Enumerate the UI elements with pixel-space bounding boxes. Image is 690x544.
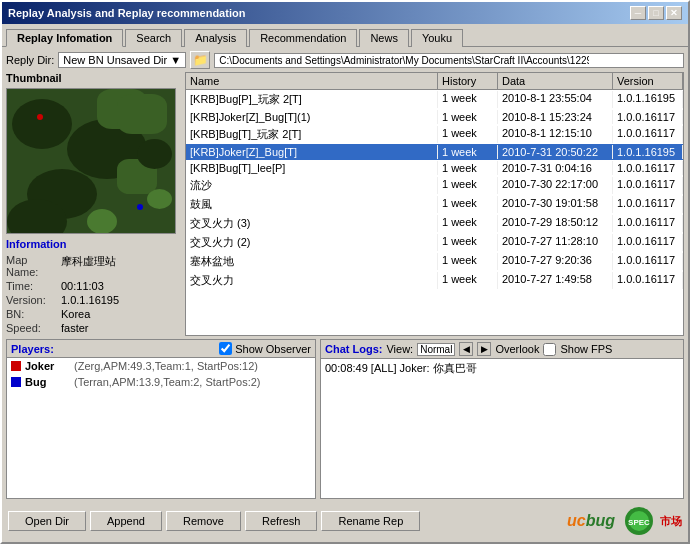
file-history-cell: 1 week <box>438 110 498 124</box>
svg-text:SPEC: SPEC <box>628 518 650 527</box>
minimize-button[interactable]: ─ <box>630 6 646 20</box>
append-button[interactable]: Append <box>90 511 162 531</box>
path-dropdown[interactable]: C:\Documents and Settings\Administrator\… <box>214 53 684 68</box>
info-row: Speed:faster <box>6 322 181 334</box>
maximize-button[interactable]: □ <box>648 6 664 20</box>
chat-panel-inner: 00:08:49 [ALL] Joker: 你真巴哥 <box>321 359 683 498</box>
table-row[interactable]: [KRB]Bug[T]_玩家 2[T] 1 week 2010-8-1 12:1… <box>186 125 683 144</box>
overlook-label: Overlook <box>495 343 539 355</box>
speed-logo: SPEC 市场 <box>619 506 682 536</box>
view-dropdown[interactable]: Normal <box>417 343 455 356</box>
player-color-indicator <box>11 361 21 371</box>
file-version-cell: 1.0.0.16117 <box>613 126 683 143</box>
tab-search[interactable]: Search <box>125 29 182 47</box>
player-name: Joker <box>25 360 70 372</box>
table-row[interactable]: [KRB]Joker[Z]_Bug[T](1) 1 week 2010-8-1 … <box>186 109 683 125</box>
ucbug-logo-text: ucbug <box>567 512 615 530</box>
file-version-cell: 1.0.0.16117 <box>613 215 683 232</box>
file-data-cell: 2010-7-30 19:01:58 <box>498 196 613 213</box>
col-data-header[interactable]: Data <box>498 73 613 89</box>
tab-youku[interactable]: Youku <box>411 29 463 47</box>
file-data-cell: 2010-7-29 18:50:12 <box>498 215 613 232</box>
table-row[interactable]: 交叉火力 (2) 1 week 2010-7-27 11:28:10 1.0.0… <box>186 233 683 252</box>
information-label: Information <box>6 238 181 250</box>
table-row[interactable]: [KRB]Bug[T]_lee[P] 1 week 2010-7-31 0:04… <box>186 160 683 176</box>
table-row[interactable]: 流沙 1 week 2010-7-30 22:17:00 1.0.0.16117 <box>186 176 683 195</box>
info-key: Version: <box>6 294 61 306</box>
file-history-cell: 1 week <box>438 126 498 143</box>
refresh-button[interactable]: Refresh <box>245 511 318 531</box>
thumbnail-label: Thumbnail <box>6 72 181 84</box>
chat-view-label: View: <box>386 343 413 355</box>
info-val: faster <box>61 322 89 334</box>
table-row[interactable]: 交叉火力 (3) 1 week 2010-7-29 18:50:12 1.0.0… <box>186 214 683 233</box>
tab-recommendation[interactable]: Recommendation <box>249 29 357 47</box>
player-name: Bug <box>25 376 70 388</box>
tab-replay-infomation[interactable]: Replay Infomation <box>6 29 123 47</box>
bottom-section: Players: Show Observer Joker (Zerg,APM:4… <box>6 339 684 499</box>
table-row[interactable]: [KRB]Bug[P]_玩家 2[T] 1 week 2010-8-1 23:5… <box>186 90 683 109</box>
tab-news[interactable]: News <box>359 29 409 47</box>
chat-next-button[interactable]: ▶ <box>477 342 491 356</box>
rename-rep-button[interactable]: Rename Rep <box>321 511 420 531</box>
show-observer-checkbox[interactable] <box>219 342 232 355</box>
file-history-cell: 1 week <box>438 196 498 213</box>
info-row: Time:00:11:03 <box>6 280 181 292</box>
show-observer-group: Show Observer <box>219 342 311 355</box>
file-name-cell: 鼓風 <box>186 196 438 213</box>
show-fps-checkbox[interactable] <box>543 343 556 356</box>
thumbnail-image <box>6 88 176 234</box>
file-name-cell: [KRB]Bug[P]_玩家 2[T] <box>186 91 438 108</box>
player-row: Joker (Zerg,APM:49.3,Team:1, StartPos:12… <box>7 358 315 374</box>
window-title: Replay Analysis and Replay recommendatio… <box>8 7 245 19</box>
info-key: Speed: <box>6 322 61 334</box>
file-name-cell: [KRB]Joker[Z]_Bug[T](1) <box>186 110 438 124</box>
footer: Open DirAppendRemoveRefreshRename Rep uc… <box>6 502 684 538</box>
file-name-cell: [KRB]Joker[Z]_Bug[T] <box>186 145 438 159</box>
file-data-cell: 2010-8-1 15:23:24 <box>498 110 613 124</box>
file-name-cell: 塞林盆地 <box>186 253 438 270</box>
reply-dir-label: Reply Dir: <box>6 54 54 66</box>
info-row: Map Name:摩科虛理站 <box>6 254 181 278</box>
table-row[interactable]: 交叉火力 1 week 2010-7-27 1:49:58 1.0.0.1611… <box>186 271 683 290</box>
player-info: (Zerg,APM:49.3,Team:1, StartPos:12) <box>74 360 258 372</box>
table-row[interactable]: [KRB]Joker[Z]_Bug[T] 1 week 2010-7-31 20… <box>186 144 683 160</box>
footer-logo: ucbug SPEC 市场 <box>567 506 682 536</box>
middle-section: Thumbnail <box>6 72 684 336</box>
file-data-cell: 2010-7-31 20:50:22 <box>498 145 613 159</box>
file-name-cell: [KRB]Bug[T]_lee[P] <box>186 161 438 175</box>
file-version-cell: 1.0.1.16195 <box>613 145 683 159</box>
col-version-header[interactable]: Version <box>613 73 683 89</box>
col-name-header[interactable]: Name <box>186 73 438 89</box>
file-version-cell: 1.0.0.16117 <box>613 177 683 194</box>
remove-button[interactable]: Remove <box>166 511 241 531</box>
chat-prev-button[interactable]: ◀ <box>459 342 473 356</box>
player-info: (Terran,APM:13.9,Team:2, StartPos:2) <box>74 376 260 388</box>
chat-body: 00:08:49 [ALL] Joker: 你真巴哥 <box>321 359 683 498</box>
info-val: 00:11:03 <box>61 280 104 292</box>
open-dir-button[interactable]: Open Dir <box>8 511 86 531</box>
chat-logs-label: Chat Logs: <box>325 343 382 355</box>
show-fps-label: Show FPS <box>560 343 612 355</box>
file-list-header: Name History Data Version <box>186 73 683 90</box>
close-button[interactable]: ✕ <box>666 6 682 20</box>
reply-dir-dropdown[interactable]: New BN Unsaved Dir ▼ <box>58 52 186 68</box>
file-history-cell: 1 week <box>438 234 498 251</box>
main-content: Reply Dir: New BN Unsaved Dir ▼ 📁 C:\Doc… <box>2 47 688 542</box>
info-val: 摩科虛理站 <box>61 254 116 278</box>
file-version-cell: 1.0.0.16117 <box>613 196 683 213</box>
file-version-cell: 1.0.0.16117 <box>613 253 683 270</box>
table-row[interactable]: 鼓風 1 week 2010-7-30 19:01:58 1.0.0.16117 <box>186 195 683 214</box>
table-row[interactable]: 塞林盆地 1 week 2010-7-27 9:20:36 1.0.0.1611… <box>186 252 683 271</box>
players-title: Players: <box>11 343 54 355</box>
player-color-indicator <box>11 377 21 387</box>
file-version-cell: 1.0.0.16117 <box>613 161 683 175</box>
file-history-cell: 1 week <box>438 145 498 159</box>
tab-analysis[interactable]: Analysis <box>184 29 247 47</box>
left-panel: Thumbnail <box>6 72 181 336</box>
chat-message: 00:08:49 [ALL] Joker: 你真巴哥 <box>325 361 679 376</box>
folder-button[interactable]: 📁 <box>190 51 210 69</box>
info-val: Korea <box>61 308 90 320</box>
info-val: 1.0.1.16195 <box>61 294 119 306</box>
col-history-header[interactable]: History <box>438 73 498 89</box>
